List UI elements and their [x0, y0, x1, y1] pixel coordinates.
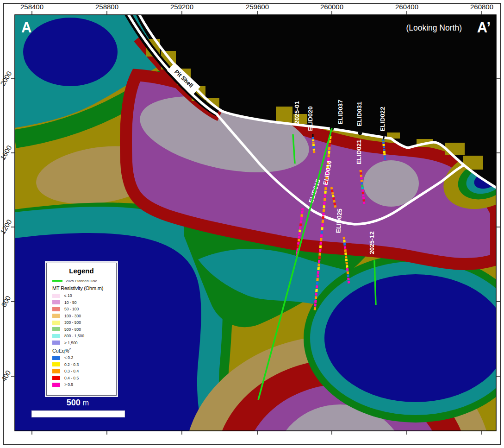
resistivity-class-label: 50 - 100	[64, 307, 79, 311]
cueq-interval-ELID037	[329, 154, 329, 157]
cueq-interval-ELID037	[323, 220, 323, 223]
cueq-interval-ELID025	[347, 268, 348, 271]
cueq-interval-ELID037	[324, 205, 324, 208]
cueq-interval-ELID015	[298, 242, 299, 245]
cueq-interval-ELID015	[299, 236, 299, 238]
cueq-interval-ELID015	[302, 211, 303, 214]
cueq-interval-ELID015	[302, 208, 303, 210]
collar-tick-ELID022	[383, 136, 384, 139]
cueq-class-swatch	[52, 362, 60, 366]
cueq-interval-ELID015	[301, 221, 301, 223]
resistivity-class-swatch	[52, 334, 60, 338]
cueq-class-label: 0.3 - 0.4	[64, 369, 79, 373]
legend-title: Legend	[52, 267, 111, 275]
resistivity-classes: ≤ 1010 - 5050 - 100100 - 300300 - 500500…	[52, 292, 116, 346]
cueq-class-swatch	[52, 383, 60, 387]
collar-dot-ELID031	[358, 131, 362, 135]
cueq-interval-ELID037	[318, 271, 318, 274]
scalebar-label: 500 m	[45, 398, 110, 408]
cueq-interval-ELID037	[324, 202, 325, 204]
resistivity-class-swatch	[52, 294, 60, 298]
cueq-class-label: 0.2 - 0.3	[64, 362, 79, 367]
resistivity-class-row: ≤ 10	[52, 292, 116, 299]
resistivity-class-label: > 1,500	[64, 341, 78, 345]
cueq-interval-ELID025	[346, 256, 346, 258]
looking-north-note: (Looking North)	[406, 23, 462, 32]
cueq-interval-ELID037	[330, 144, 330, 146]
cueq-class-label: 0.4 - 0.5	[64, 376, 79, 380]
cueq-interval-ELID025	[346, 252, 346, 255]
resistivity-class-row: 800 - 1,500	[52, 333, 116, 339]
cueq-interval-ELID025	[332, 192, 333, 195]
cueq-class-swatch	[52, 369, 60, 373]
cueq-interval-ELID015	[299, 239, 299, 241]
cueq-class-row: > 0.5	[52, 381, 116, 388]
cueq-interval-ELID037	[319, 260, 319, 263]
cueq-interval-ELID015	[298, 245, 299, 247]
x-axis-label: 260000	[320, 3, 343, 11]
cueq-interval-ELID025	[334, 198, 334, 200]
cueq-interval-ELID037	[324, 198, 325, 201]
cueq-interval-ELID037	[322, 231, 322, 233]
legend-panel: Legend 2025 Planned Hole MT Resistivity …	[46, 263, 117, 396]
cueq-class-swatch	[52, 356, 60, 360]
cueq-class-row: < 0.2	[52, 354, 116, 361]
cueq-interval-ELID025	[348, 271, 348, 274]
x-axis-labels: 258400 258800 259200 259600 260000 26040…	[20, 3, 493, 11]
resistivity-class-label: 300 - 500	[64, 320, 81, 325]
cueq-class-label: > 0.5	[64, 382, 73, 387]
cueq-interval-ELID025	[348, 278, 349, 280]
cueq-interval-ELID037	[320, 252, 320, 255]
cueq-interval-ELID037	[321, 234, 322, 237]
cueq-class-row: 0.3 - 0.4	[52, 368, 116, 374]
x-axis-label: 260400	[395, 3, 418, 11]
cueq-interval-ELID025	[348, 275, 348, 277]
x-axis-label: 259600	[246, 3, 269, 11]
cueq-interval-ELID015	[300, 227, 300, 229]
resistivity-class-row: 500 - 800	[52, 326, 116, 333]
cueq-interval-ELID025	[333, 195, 333, 197]
resistivity-class-label: 10 - 50	[64, 300, 76, 305]
cueq-classes: < 0.20.2 - 0.30.3 - 0.40.4 - 0.5> 0.5	[52, 354, 116, 388]
cueq-interval-ELID037	[326, 187, 326, 190]
cueq-heading-text: CuEq%	[52, 347, 69, 353]
resistivity-class-swatch	[52, 321, 60, 325]
cueq-interval-ELID015	[300, 223, 301, 226]
cueq-interval-ELID025	[334, 200, 335, 202]
cueq-interval-ELID037	[315, 303, 316, 306]
cueq-interval-ELID037	[324, 209, 324, 212]
resistivity-class-swatch	[52, 300, 60, 304]
terrain-step	[276, 107, 292, 123]
anomaly-gray-core-east	[363, 160, 419, 207]
cueq-interval-ELID037	[322, 227, 323, 230]
cueq-class-row: 0.2 - 0.3	[52, 361, 116, 368]
resistivity-class-row: > 1,500	[52, 340, 116, 346]
section-start-label: A	[21, 19, 31, 36]
cueq-interval-ELID037	[319, 264, 319, 266]
cueq-interval-ELID037	[325, 195, 325, 197]
cueq-interval-ELID037	[317, 285, 317, 288]
cueq-interval-ELID015	[300, 230, 300, 232]
cross-section-figure: 2025-01ELID020ELID037ELID031ELID022ELID0…	[0, 0, 504, 448]
cueq-interval-ELID025	[348, 281, 349, 283]
cueq-interval-ELID025	[347, 265, 348, 267]
resistivity-class-swatch	[52, 341, 60, 345]
resistivity-class-label: 100 - 300	[64, 314, 81, 318]
drillhole-label-ELID020: ELID020	[307, 106, 314, 131]
x-axis-label: 258400	[20, 3, 44, 11]
cueq-interval-ELID025	[331, 187, 332, 189]
terrain-step	[445, 143, 465, 155]
x-axis-label: 258800	[95, 3, 118, 11]
legend-planned-hole-row: 2025 Planned Hole	[52, 278, 116, 284]
cueq-interval-ELID025	[332, 190, 332, 192]
cueq-interval-ELID037	[328, 158, 329, 161]
section-end-label: A’	[477, 19, 491, 36]
cueq-interval-ELID025	[344, 240, 345, 242]
cueq-interval-ELID037	[329, 147, 330, 150]
cueq-interval-ELID037	[317, 282, 317, 284]
cueq-interval-ELID025	[335, 205, 336, 208]
resistivity-heading: MT Resistivity (Ohm.m)	[52, 285, 116, 291]
resistivity-class-row: 300 - 500	[52, 319, 116, 326]
cueq-interval-ELID037	[316, 297, 316, 299]
cueq-interval-ELID037	[315, 307, 315, 310]
